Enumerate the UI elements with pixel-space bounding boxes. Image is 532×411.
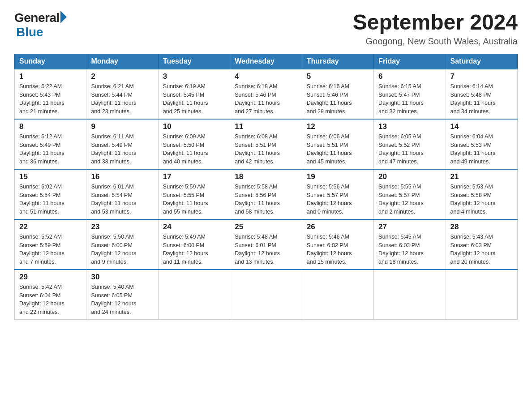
title-section: September 2024 Googong, New South Wales,… [353,11,518,47]
day-info: Sunrise: 5:45 AMSunset: 6:03 PMDaylight:… [378,234,424,265]
day-info: Sunrise: 6:11 AMSunset: 5:49 PMDaylight:… [91,133,136,165]
day-number: 24 [163,223,225,231]
page-header: General Blue September 2024 Googong, New… [14,11,518,47]
logo-blue-text: Blue [16,25,43,39]
day-info: Sunrise: 6:08 AMSunset: 5:51 PMDaylight:… [235,133,280,165]
day-number: 2 [91,72,153,81]
day-info: Sunrise: 6:19 AMSunset: 5:45 PMDaylight:… [163,83,208,115]
day-number: 14 [450,122,513,131]
calendar-cell: 6Sunrise: 6:15 AMSunset: 5:47 PMDaylight… [374,69,446,119]
calendar-cell: 15Sunrise: 6:02 AMSunset: 5:54 PMDayligh… [15,169,86,219]
calendar-cell: 28Sunrise: 5:43 AMSunset: 6:03 PMDayligh… [446,219,517,270]
day-info: Sunrise: 5:48 AMSunset: 6:01 PMDaylight:… [235,234,280,265]
logo-top: General [14,11,67,25]
day-number: 7 [450,72,513,81]
calendar-table: SundayMondayTuesdayWednesdayThursdayFrid… [14,54,518,320]
calendar-cell [302,270,373,320]
day-info: Sunrise: 6:12 AMSunset: 5:49 PMDaylight:… [19,133,64,165]
calendar-cell: 3Sunrise: 6:19 AMSunset: 5:45 PMDaylight… [158,69,230,119]
day-number: 1 [19,72,82,81]
calendar-cell [230,270,302,320]
calendar-cell [446,270,517,320]
day-number: 3 [163,72,225,81]
calendar-cell: 19Sunrise: 5:56 AMSunset: 5:57 PMDayligh… [302,169,373,219]
day-info: Sunrise: 6:14 AMSunset: 5:48 PMDaylight:… [450,83,496,115]
day-number: 12 [307,122,369,131]
calendar-cell: 1Sunrise: 6:22 AMSunset: 5:43 PMDaylight… [15,69,86,119]
calendar-week-row: 8Sunrise: 6:12 AMSunset: 5:49 PMDaylight… [15,119,518,169]
day-info: Sunrise: 6:21 AMSunset: 5:44 PMDaylight:… [91,83,136,115]
day-number: 27 [378,223,441,231]
calendar-week-row: 1Sunrise: 6:22 AMSunset: 5:43 PMDaylight… [15,69,518,119]
calendar-day-header: Sunday [15,54,86,69]
day-info: Sunrise: 6:02 AMSunset: 5:54 PMDaylight:… [19,184,64,215]
calendar-cell: 20Sunrise: 5:55 AMSunset: 5:57 PMDayligh… [374,169,446,219]
calendar-cell: 30Sunrise: 5:40 AMSunset: 6:05 PMDayligh… [86,270,158,320]
calendar-cell: 7Sunrise: 6:14 AMSunset: 5:48 PMDaylight… [446,69,517,119]
calendar-cell: 8Sunrise: 6:12 AMSunset: 5:49 PMDaylight… [15,119,86,169]
day-number: 18 [235,172,297,181]
calendar-cell: 17Sunrise: 5:59 AMSunset: 5:55 PMDayligh… [158,169,230,219]
day-number: 13 [378,122,441,131]
day-info: Sunrise: 5:55 AMSunset: 5:57 PMDaylight:… [378,184,424,215]
day-number: 10 [163,122,225,131]
day-number: 5 [307,72,369,81]
calendar-cell [374,270,446,320]
day-number: 25 [235,223,297,231]
calendar-cell: 18Sunrise: 5:58 AMSunset: 5:56 PMDayligh… [230,169,302,219]
day-info: Sunrise: 6:16 AMSunset: 5:46 PMDaylight:… [307,83,352,115]
day-number: 28 [450,223,513,231]
logo-general-text: General [14,11,60,25]
day-number: 17 [163,172,225,181]
calendar-cell: 23Sunrise: 5:50 AMSunset: 6:00 PMDayligh… [86,219,158,270]
calendar-header-row: SundayMondayTuesdayWednesdayThursdayFrid… [15,54,518,69]
day-info: Sunrise: 5:43 AMSunset: 6:03 PMDaylight:… [450,234,496,265]
day-info: Sunrise: 5:56 AMSunset: 5:57 PMDaylight:… [307,184,352,215]
calendar-week-row: 29Sunrise: 5:42 AMSunset: 6:04 PMDayligh… [15,270,518,320]
day-info: Sunrise: 5:59 AMSunset: 5:55 PMDaylight:… [163,184,208,215]
calendar-cell: 29Sunrise: 5:42 AMSunset: 6:04 PMDayligh… [15,270,86,320]
calendar-week-row: 22Sunrise: 5:52 AMSunset: 5:59 PMDayligh… [15,219,518,270]
day-info: Sunrise: 6:22 AMSunset: 5:43 PMDaylight:… [19,83,64,115]
calendar-day-header: Friday [374,54,446,69]
subtitle: Googong, New South Wales, Australia [353,36,518,47]
day-number: 16 [91,172,153,181]
calendar-day-header: Wednesday [230,54,302,69]
calendar-day-header: Tuesday [158,54,230,69]
day-number: 4 [235,72,297,81]
day-number: 15 [19,172,82,181]
day-info: Sunrise: 6:18 AMSunset: 5:46 PMDaylight:… [235,83,280,115]
calendar-cell [158,270,230,320]
day-number: 19 [307,172,369,181]
calendar-cell: 27Sunrise: 5:45 AMSunset: 6:03 PMDayligh… [374,219,446,270]
calendar-cell: 9Sunrise: 6:11 AMSunset: 5:49 PMDaylight… [86,119,158,169]
day-info: Sunrise: 5:53 AMSunset: 5:58 PMDaylight:… [450,184,496,215]
day-number: 21 [450,172,513,181]
day-info: Sunrise: 6:05 AMSunset: 5:52 PMDaylight:… [378,133,424,165]
calendar-week-row: 15Sunrise: 6:02 AMSunset: 5:54 PMDayligh… [15,169,518,219]
day-info: Sunrise: 5:42 AMSunset: 6:04 PMDaylight:… [19,284,64,315]
day-info: Sunrise: 5:52 AMSunset: 5:59 PMDaylight:… [19,234,64,265]
calendar-cell: 12Sunrise: 6:06 AMSunset: 5:51 PMDayligh… [302,119,373,169]
day-number: 22 [19,223,82,231]
calendar-cell: 2Sunrise: 6:21 AMSunset: 5:44 PMDaylight… [86,69,158,119]
day-number: 11 [235,122,297,131]
calendar-day-header: Saturday [446,54,517,69]
day-info: Sunrise: 5:46 AMSunset: 6:02 PMDaylight:… [307,234,352,265]
day-number: 8 [19,122,82,131]
day-info: Sunrise: 6:09 AMSunset: 5:50 PMDaylight:… [163,133,208,165]
day-number: 29 [19,273,82,282]
calendar-cell: 11Sunrise: 6:08 AMSunset: 5:51 PMDayligh… [230,119,302,169]
day-info: Sunrise: 6:15 AMSunset: 5:47 PMDaylight:… [378,83,424,115]
calendar-cell: 24Sunrise: 5:49 AMSunset: 6:00 PMDayligh… [158,219,230,270]
calendar-cell: 10Sunrise: 6:09 AMSunset: 5:50 PMDayligh… [158,119,230,169]
day-info: Sunrise: 5:49 AMSunset: 6:00 PMDaylight:… [163,234,208,265]
calendar-cell: 16Sunrise: 6:01 AMSunset: 5:54 PMDayligh… [86,169,158,219]
day-info: Sunrise: 6:06 AMSunset: 5:51 PMDaylight:… [307,133,352,165]
calendar-cell: 5Sunrise: 6:16 AMSunset: 5:46 PMDaylight… [302,69,373,119]
day-number: 20 [378,172,441,181]
logo-triangle-icon [60,11,67,23]
calendar-cell: 22Sunrise: 5:52 AMSunset: 5:59 PMDayligh… [15,219,86,270]
day-info: Sunrise: 5:50 AMSunset: 6:00 PMDaylight:… [91,234,136,265]
calendar-cell: 4Sunrise: 6:18 AMSunset: 5:46 PMDaylight… [230,69,302,119]
